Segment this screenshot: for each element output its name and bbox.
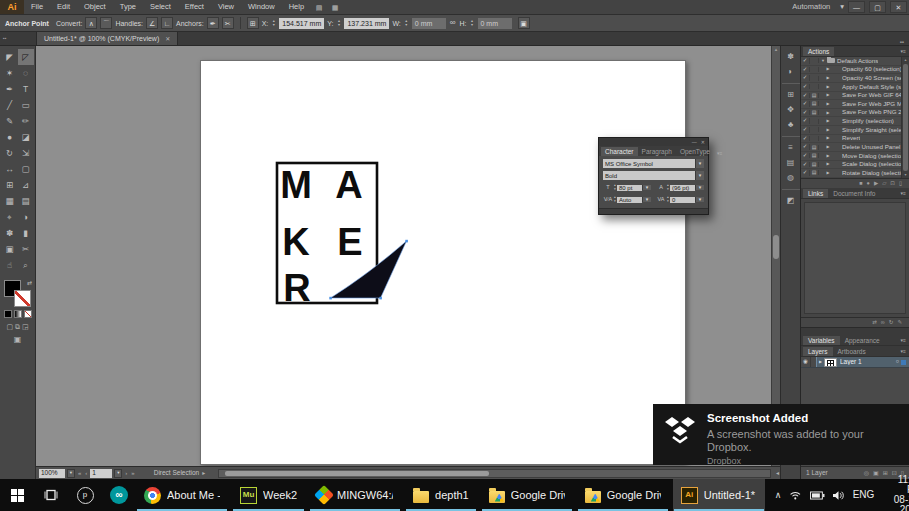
w-stepper[interactable]: ▴▾ [404,19,409,27]
leading-field[interactable]: A ▴▾ (96 pt) ▾ [656,183,704,192]
paintbrush-tool[interactable]: ✎ [2,113,18,129]
expand-icon[interactable]: ▼ [819,59,827,63]
stop-icon[interactable]: ■ [859,181,862,187]
navigator-panel-icon[interactable]: ◍ [782,170,800,185]
task-button[interactable]: depth1 [405,479,477,511]
task-button[interactable]: Google Drive [481,479,573,511]
document-tab[interactable]: Untitled-1* @ 100% (CMYK/Preview) ✕ [36,32,178,45]
artboard-number-field[interactable]: 1 [90,469,112,478]
swatches-panel-icon[interactable]: ▤ [782,155,800,170]
illustrator-logo[interactable]: Ai [0,0,24,14]
tracking-field[interactable]: VA ▴▾ 0 ▾ [656,195,704,204]
checkbox-icon[interactable]: ✓ [801,144,810,150]
expand-icon[interactable]: ▶ [824,67,832,71]
target-circle-icon[interactable]: ○ [896,359,899,365]
checkbox-icon[interactable]: ✓ [801,118,810,124]
document-setup-icon[interactable]: ▤ [311,4,327,11]
none-button[interactable] [24,310,32,318]
direct-selection-tool[interactable]: ◸ [18,49,34,65]
action-row[interactable]: ✓ ▤ ▶ Save For Web PNG 24 [801,109,909,118]
symbol-sprayer-tool[interactable]: ✽ [2,225,18,241]
expand-icon[interactable]: ▶ [824,128,832,132]
menu-item[interactable]: File [24,3,50,11]
arduino-pinned-app[interactable]: ∞ [102,479,136,511]
selection-tool[interactable]: ◤ [2,49,18,65]
artboard[interactable]: M A K E R [200,60,686,465]
panel-menu-icon[interactable]: ▾≡ [714,151,725,156]
shape-builder-tool[interactable]: ⊞ [2,177,18,193]
tab-actions[interactable]: Actions [803,47,834,57]
checkbox-icon[interactable]: ✓ [801,110,810,116]
dialog-toggle-icon[interactable]: ▤ [810,84,819,89]
font-size-field[interactable]: T ▴▾ 80 pt ▾ [603,183,651,192]
action-row[interactable]: ✓ ▤ ▶ Delete Unused Panel Items [801,143,909,152]
checkbox-icon[interactable]: ✓ [801,84,810,90]
dialog-toggle-icon[interactable]: ▤ [810,119,819,124]
update-link-icon[interactable]: ↻ [889,320,894,326]
panel-collapse-icon[interactable]: ▪▪ [895,39,909,45]
chevron-down-icon[interactable]: ▾ [642,185,651,190]
dialog-toggle-icon[interactable]: ▤ [810,162,819,167]
logo-letter-r[interactable]: R [283,267,310,309]
minimize-button[interactable]: — [848,1,865,13]
chevron-down-icon[interactable]: ▾ [695,185,704,190]
play-icon[interactable]: ▶ [874,181,878,187]
free-transform-tool[interactable]: ▢ [18,161,34,177]
expand-icon[interactable]: ▶ [824,119,832,123]
zoom-tool[interactable]: ⌕ [18,257,34,273]
arrange-documents-icon[interactable]: ▦ [327,4,343,11]
chevron-down-icon[interactable]: ▾ [642,197,651,202]
menu-item[interactable]: View [211,3,241,11]
new-action-icon[interactable]: ⊡ [890,181,895,187]
font-family-select[interactable]: MS Office Symbol ▾ [603,159,704,168]
x-field[interactable]: 154.517 mm [279,18,324,29]
align-panel-icon[interactable]: ✥ [782,102,800,117]
edit-original-icon[interactable]: ✎ [897,320,902,326]
anchor-point[interactable] [405,240,408,243]
action-row[interactable]: ✓ ▤ ▶ Revert [801,135,909,144]
speaker-icon[interactable] [833,489,845,502]
lasso-tool[interactable]: ◌ [18,65,34,81]
scroll-left-icon[interactable]: ▸ [201,470,206,476]
chevron-down-icon[interactable]: ▾ [840,3,844,11]
transform-panel-icon[interactable]: ⊞ [782,83,800,102]
tab-artboards[interactable]: Artboards [833,347,871,357]
cut-path-icon[interactable]: ✂ [222,17,234,29]
rectangle-tool[interactable]: ▭ [18,97,34,113]
scroll-down-icon[interactable]: ▾ [902,173,909,177]
h-field[interactable]: 0 mm [478,18,512,29]
zoom-field[interactable]: 100% [39,469,65,478]
dialog-toggle-icon[interactable]: ▤ [810,127,819,132]
draw-inside-icon[interactable]: ◲ [22,323,29,330]
hand-tool[interactable]: ☝ [2,257,18,273]
checkbox-icon[interactable]: ✓ [801,75,810,81]
action-row[interactable]: ✓ ▤ ▶ Simplify Straight (selection) [801,126,909,135]
anchor-point[interactable] [379,297,382,300]
width-tool[interactable]: ↔ [2,161,18,177]
tab-links[interactable]: Links [803,189,828,199]
action-row[interactable]: ✓ ▤ ▶ Save For Web JPG Medium [801,100,909,109]
checkbox-icon[interactable]: ✓ [801,162,810,168]
type-tool[interactable]: T [18,81,34,97]
next-artboard-button[interactable]: › [124,470,128,476]
scroll-thumb[interactable] [903,64,908,171]
go-to-link-icon[interactable]: ∞ [881,320,885,326]
tab-appearance[interactable]: Appearance [840,336,885,346]
gradient-mesh-panel-icon[interactable]: ◗ [782,64,800,79]
dialog-toggle-icon[interactable]: ▤ [810,93,819,98]
dialog-toggle-icon[interactable]: ▤ [810,153,819,158]
action-row[interactable]: ✓ ▤ ▶ Scale Dialog (selection) [801,161,909,170]
tab-character[interactable]: Character [601,147,638,157]
column-graph-tool[interactable]: ▮ [18,225,34,241]
action-row[interactable]: ✓ ▤ ▶ Opacity 40 Screen (selecti... [801,74,909,83]
slice-tool[interactable]: ✂ [18,241,34,257]
tab-layers[interactable]: Layers [803,347,833,357]
last-artboard-button[interactable]: » [130,470,135,476]
dialog-toggle-icon[interactable]: ▤ [810,145,819,150]
dialog-toggle-icon[interactable]: ▤ [810,170,819,175]
horizontal-scroll-thumb[interactable] [225,471,489,476]
tab-document-info[interactable]: Document Info [828,189,880,199]
action-row[interactable]: ✓ ▤ ▶ Opacity 60 (selection) [801,66,909,75]
mesh-tool[interactable]: ▦ [2,193,18,209]
panel-menu-icon[interactable]: ▾≡ [901,338,906,343]
